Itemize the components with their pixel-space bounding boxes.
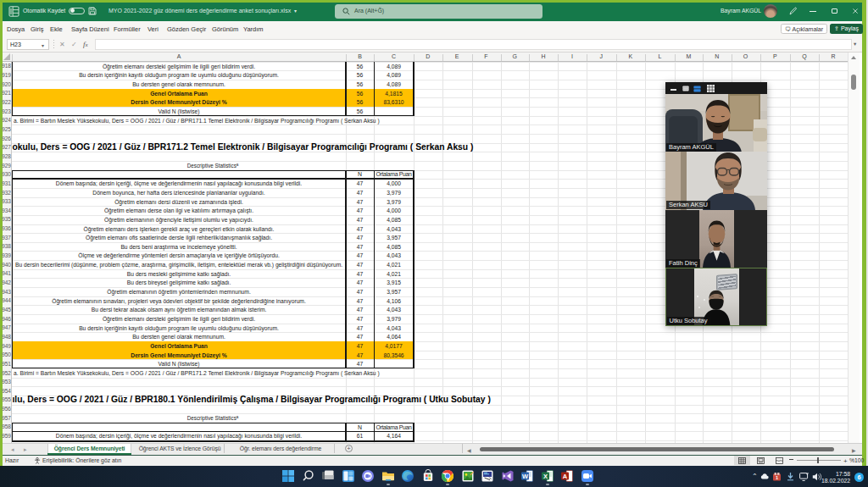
svg-text:W: W (522, 473, 529, 480)
svg-text:A: A (563, 473, 568, 480)
svg-text:X: X (542, 473, 547, 480)
svg-text:1: 1 (776, 475, 778, 480)
